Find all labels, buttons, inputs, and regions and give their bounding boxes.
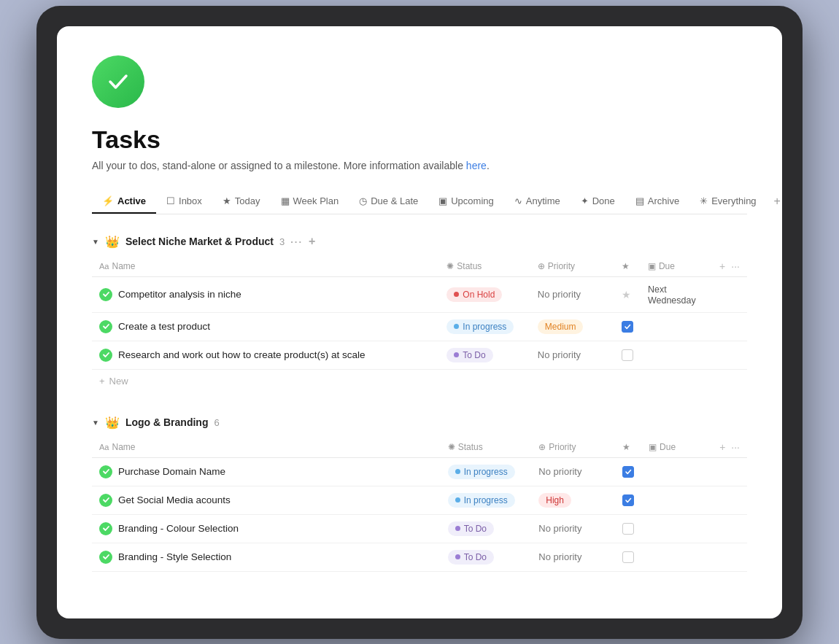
task6-checkbox[interactable] [622, 523, 634, 535]
add-col-button-1[interactable]: + [719, 260, 725, 272]
table-row: Create a test product In progress Me [92, 312, 747, 341]
task3-name[interactable]: Research and work out how to create prod… [118, 349, 365, 360]
tab-done[interactable]: ✦ Done [571, 190, 625, 214]
task3-star-cell [614, 341, 641, 369]
task7-priority[interactable]: No priority [538, 551, 581, 562]
task1-star[interactable]: ★ [622, 289, 631, 300]
task2-priority[interactable]: Medium [538, 319, 584, 334]
task5-status-badge[interactable]: In progress [448, 493, 515, 508]
task5-name[interactable]: Get Social Media acounts [118, 494, 231, 505]
task6-priority[interactable]: No priority [538, 523, 581, 534]
col-header-status-1: ✺ Status [439, 256, 530, 277]
task1-name-cell: Competitor analysis in niche [92, 276, 439, 312]
more-col-button-1[interactable]: ··· [731, 260, 740, 272]
col-header-status-2: ✺ Status [441, 437, 532, 458]
task3-status-badge[interactable]: To Do [446, 348, 492, 362]
task4-status-dot [455, 469, 460, 474]
col-header-priority-2: ⊕ Priority [531, 437, 615, 458]
more-col-button-2[interactable]: ··· [731, 441, 740, 453]
status-col-icon-1: ✺ [446, 261, 454, 271]
task3-due-cell [641, 341, 712, 369]
task1-priority[interactable]: No priority [538, 289, 581, 300]
task3-priority[interactable]: No priority [538, 349, 581, 360]
task6-status-icon [99, 522, 112, 535]
table-row: Branding - Style Selection To Do No [92, 543, 747, 571]
subtitle-link[interactable]: here [466, 160, 487, 171]
task1-status-dot [454, 292, 459, 297]
task7-star-cell [615, 543, 641, 571]
task7-status-badge[interactable]: To Do [448, 550, 494, 565]
task5-priority[interactable]: High [538, 493, 571, 508]
task2-due-cell [641, 312, 712, 341]
task5-priority-cell: High [531, 486, 615, 514]
col-header-name-1: Aa Name [92, 256, 439, 277]
group1-add-button[interactable]: + [309, 235, 315, 248]
task2-status-badge[interactable]: In progress [446, 319, 514, 334]
task7-actions-cell [712, 543, 747, 571]
task4-name[interactable]: Purchase Domain Name [118, 466, 225, 477]
col-header-name-2: Aa Name [92, 437, 441, 458]
group1-count: 3 [279, 236, 285, 247]
tab-due-late[interactable]: ◷ Due & Late [349, 190, 428, 214]
task5-status-icon [99, 494, 112, 507]
table-row: Get Social Media acounts In progress [92, 486, 747, 514]
task4-checkbox[interactable] [622, 466, 634, 478]
task4-star-cell [615, 457, 641, 486]
tab-anytime[interactable]: ∿ Anytime [504, 190, 571, 214]
tab-today[interactable]: ★ Today [212, 190, 271, 214]
star-col-icon-2: ★ [622, 442, 630, 452]
task6-name[interactable]: Branding - Colour Selection [118, 523, 239, 534]
task4-priority[interactable]: No priority [538, 466, 581, 477]
task3-status-icon [99, 349, 112, 362]
task6-status-dot [455, 526, 460, 531]
task5-due-cell [641, 486, 712, 514]
task7-name[interactable]: Branding - Style Selection [118, 551, 231, 562]
tab-inbox[interactable]: ☐ Inbox [156, 190, 212, 214]
anytime-tab-icon: ∿ [514, 195, 522, 206]
task2-name[interactable]: Create a test product [118, 321, 210, 332]
group2-toggle[interactable]: ▼ [92, 419, 99, 427]
task3-status-dot [454, 352, 459, 357]
screen: Tasks All your to dos, stand-alone or as… [57, 26, 782, 618]
week-plan-tab-icon: ▦ [281, 195, 290, 206]
task7-checkbox[interactable] [622, 551, 634, 563]
task5-checkbox[interactable] [622, 494, 634, 506]
add-col-button-2[interactable]: + [719, 441, 725, 453]
task1-status-badge[interactable]: On Hold [446, 287, 502, 302]
group1-table: Aa Name ✺ Status [92, 256, 747, 370]
task1-name[interactable]: Competitor analysis in niche [118, 289, 241, 300]
app-icon [92, 55, 144, 108]
status-col-icon-2: ✺ [448, 442, 455, 452]
task3-status-cell: To Do [439, 341, 530, 369]
group1-toggle[interactable]: ▼ [92, 238, 99, 246]
task5-status-cell: In progress [441, 486, 532, 514]
tab-week-plan[interactable]: ▦ Week Plan [271, 190, 349, 214]
tab-archive[interactable]: ▤ Archive [625, 190, 689, 214]
tab-active[interactable]: ⚡ Active [92, 190, 156, 214]
tab-upcoming[interactable]: ▣ Upcoming [428, 190, 504, 214]
task2-star-cell [614, 312, 641, 341]
task6-status-badge[interactable]: To Do [448, 521, 494, 536]
done-tab-icon: ✦ [581, 195, 589, 206]
task7-priority-cell: No priority [531, 543, 615, 571]
task3-checkbox[interactable] [622, 349, 633, 361]
task4-status-badge[interactable]: In progress [448, 465, 515, 479]
task4-name-cell: Purchase Domain Name [92, 457, 441, 486]
task1-status-cell: On Hold [439, 276, 530, 312]
group1-new-row[interactable]: + New [92, 370, 747, 392]
active-tab-icon: ⚡ [102, 195, 114, 206]
task5-actions-cell [712, 486, 747, 514]
task1-due: Next Wednesday [648, 284, 696, 306]
col-header-star-1: ★ [614, 256, 641, 277]
add-tab-button[interactable]: + [767, 189, 782, 214]
task4-priority-cell: No priority [531, 457, 615, 486]
priority-col-icon-1: ⊕ [538, 261, 545, 271]
group1-more-button[interactable]: ··· [290, 236, 303, 247]
task2-status-dot [454, 324, 459, 329]
group-select-niche: ▼ 👑 Select Niche Market & Product 3 ··· … [92, 235, 747, 392]
task6-status-cell: To Do [441, 514, 532, 543]
archive-tab-icon: ▤ [635, 195, 644, 206]
task2-checkbox[interactable] [622, 321, 633, 333]
due-col-icon-2: ▣ [649, 442, 657, 452]
tab-everything[interactable]: ✳ Everything [689, 190, 766, 214]
